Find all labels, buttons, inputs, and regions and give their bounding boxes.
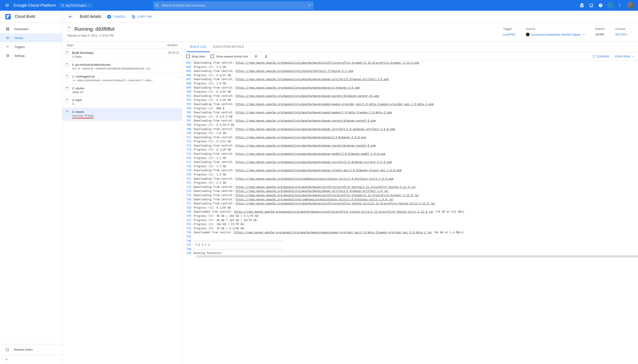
build-header: Running: d93f8fbd Started on May 6, 2021…: [62, 23, 638, 42]
log-line-text: Progress (1): 2.7 kB: [194, 164, 226, 168]
notifications-badge[interactable]: 1: [607, 2, 613, 8]
search-input[interactable]: [159, 4, 307, 7]
tab-execution-details[interactable]: EXECUTION DETAILS: [210, 42, 248, 52]
log-line-number: 704: [182, 106, 194, 111]
log-line-number: 735: [182, 235, 194, 239]
nav-menu-button[interactable]: [2, 0, 13, 11]
log-line: 721Downloading from central: https://rep…: [182, 177, 638, 181]
log-link[interactable]: https://repo.maven.apache.org/maven2/org…: [236, 186, 416, 188]
step-title: 1: curlimages/curl: [72, 75, 164, 78]
log-line: 712Progress (1): 4.1/12 kB: [182, 139, 638, 144]
log-toolbar: Wrap lines Show newest entries first EXP…: [182, 52, 638, 61]
step-command: sleep 20: [72, 90, 164, 94]
log-link[interactable]: https://repo.maven.apache.org/maven2/org…: [236, 61, 419, 64]
log-line: 708Progress (1): 4.1/10.0 kB: [182, 123, 638, 127]
steps-table-header: Steps Duration: [62, 42, 182, 49]
log-link[interactable]: https://repo.maven.apache.org/maven2/org…: [236, 190, 388, 192]
log-line-text: T E S T S: [194, 243, 210, 247]
log-link[interactable]: https://repo.maven.apache.org/maven2/org…: [236, 70, 353, 72]
log-link[interactable]: https://repo.maven.apache.org/maven2/org…: [236, 160, 392, 164]
log-output[interactable]: 693Downloading from central: https://rep…: [182, 61, 638, 364]
view-raw-button[interactable]: VIEW RAW ↗: [615, 55, 634, 58]
log-line-number: 719: [182, 168, 194, 172]
step-row[interactable]: 1: curlimages/curl-s --retry-connrefused…: [62, 72, 182, 84]
log-line-number: 729: [182, 210, 194, 214]
log-link[interactable]: https://repo.maven.apache.org/maven2/org…: [236, 152, 385, 156]
scroll-to-top-button[interactable]: [254, 54, 258, 59]
step-row[interactable]: 4: mavenmvn test -P local-: [62, 108, 182, 121]
account-avatar[interactable]: [627, 2, 634, 9]
meta-trigger-link[interactable]: LocalTest: [503, 33, 515, 36]
expand-logs-button[interactable]: EXPAND: [592, 54, 609, 58]
tab-build-log[interactable]: BUILD LOG: [187, 42, 210, 52]
log-line: 727Downloading from central: https://rep…: [182, 202, 638, 206]
cancel-button[interactable]: CANCEL: [107, 14, 126, 19]
help-icon[interactable]: [598, 3, 603, 8]
log-line-number: 724: [182, 189, 194, 193]
log-link[interactable]: https://repo.maven.apache.org/maven2/org…: [236, 128, 395, 131]
log-link[interactable]: https://repo.maven.apache.org/maven2/org…: [234, 210, 434, 213]
log-link[interactable]: https://repo.maven.apache.org/maven2/org…: [236, 169, 401, 172]
log-link[interactable]: https://repo.maven.apache.org/maven2/org…: [236, 103, 434, 106]
svg-point-4: [619, 4, 620, 4]
log-link[interactable]: https://repo.maven.apache.org/maven2/org…: [236, 194, 419, 197]
more-icon[interactable]: [617, 3, 622, 8]
log-link[interactable]: https://repo.maven.apache.org/maven2/org…: [236, 78, 388, 81]
sidebar-item-history[interactable]: History: [0, 34, 62, 42]
meta-branch: Branch GCPN: [595, 27, 604, 37]
log-line-number: 720: [182, 172, 194, 177]
step-row[interactable]: 2: ubuntusleep 20-: [62, 84, 182, 96]
chevron-down-icon[interactable]: [307, 3, 312, 8]
console-icon[interactable]: [588, 3, 594, 8]
step-duration: -: [167, 63, 179, 66]
meta-source-link[interactable]: sururocks/LambdaTest-TestNG-Gitpod: [531, 33, 580, 36]
page-title: Build details: [80, 14, 101, 19]
newest-first-checkbox[interactable]: Show newest entries first: [211, 54, 248, 58]
collapse-sidebar-button[interactable]: [0, 355, 62, 364]
sidebar-item-dashboard[interactable]: Dashboard: [0, 24, 62, 34]
log-link[interactable]: https://repo.maven.apache.org/maven2/org…: [236, 94, 379, 98]
project-selector[interactable]: My First Project: [59, 3, 93, 8]
log-line-number: 706: [182, 115, 194, 119]
log-line-number: 727: [182, 202, 194, 206]
release-notes-link[interactable]: Release Notes: [0, 344, 62, 355]
log-line: 716Progress (1): 3.1 kB: [182, 156, 638, 160]
log-link[interactable]: https://repo.maven.apache.org/maven2/org…: [236, 144, 376, 147]
log-link[interactable]: https://repo.maven.apache.org/maven2/org…: [236, 119, 376, 122]
product-header[interactable]: Cloud Build: [0, 11, 62, 23]
log-link[interactable]: https://repo.maven.apache.org/maven2/org…: [236, 111, 392, 114]
log-line-text: ----------------------------------------…: [194, 239, 282, 243]
step-duration: -: [167, 86, 179, 90]
horizontal-scrollbar[interactable]: [197, 255, 638, 258]
copy-url-label: COPY URL: [138, 15, 153, 18]
scroll-to-bottom-button[interactable]: [264, 54, 269, 59]
log-line: 719Downloading from central: https://rep…: [182, 168, 638, 172]
log-line: 702Progress (1): 4.1/24 kB: [182, 98, 638, 102]
build-summary-row[interactable]: Build Summary 5 Steps 00:01:21: [62, 49, 182, 61]
global-search[interactable]: [153, 1, 313, 9]
log-line: 735: [182, 235, 638, 239]
sidebar-item-triggers[interactable]: Triggers: [0, 42, 62, 51]
copy-url-button[interactable]: COPY URL: [131, 14, 153, 19]
back-button[interactable]: [66, 13, 74, 21]
step-row[interactable]: 0: gcr.io/cloud-builders/dockerrun -d --…: [62, 61, 182, 72]
meta-commit-link[interactable]: 0017d7f: [615, 33, 626, 36]
log-link[interactable]: https://repo.maven.apache.org/maven2/org…: [234, 231, 432, 234]
log-link[interactable]: https://repo.maven.apache.org/maven2/org…: [236, 198, 393, 201]
log-link[interactable]: https://repo.maven.apache.org/maven2/org…: [236, 136, 366, 139]
gift-icon[interactable]: [579, 3, 584, 8]
sidebar-item-settings[interactable]: Settings: [0, 51, 62, 60]
log-link[interactable]: https://repo.maven.apache.org/maven2/org…: [236, 202, 435, 205]
log-line: 728Progress (1): 4.1/34 kB: [182, 206, 638, 210]
log-line-number: 702: [182, 98, 194, 102]
steps-header-steps: Steps: [67, 44, 168, 47]
log-link[interactable]: https://repo.maven.apache.org/maven2/org…: [236, 86, 360, 89]
brand-title[interactable]: Google Cloud Platform: [13, 3, 59, 8]
step-row[interactable]: 3: bashls-: [62, 96, 182, 108]
log-link[interactable]: https://repo.maven.apache.org/maven2/org…: [236, 177, 393, 180]
wrap-lines-label: Wrap lines: [192, 55, 205, 58]
meta-branch-value: GCPN: [595, 33, 604, 36]
product-name: Cloud Build: [15, 14, 35, 19]
log-line: 699Downloading from central: https://rep…: [182, 86, 638, 90]
wrap-lines-checkbox[interactable]: Wrap lines: [186, 54, 205, 58]
